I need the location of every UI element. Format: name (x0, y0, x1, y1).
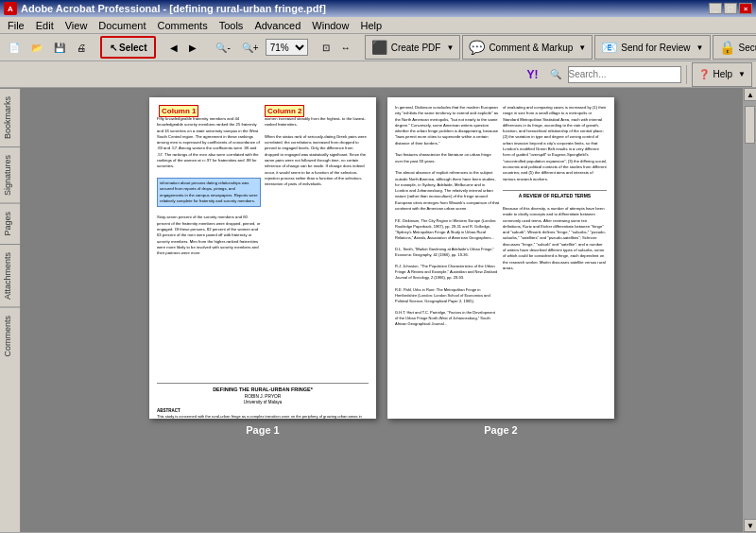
menu-window[interactable]: Window (306, 19, 354, 32)
toolbar-row2: Y! 🔍 ❓ Help ▼ (0, 60, 756, 87)
title-bar: A Adobe Acrobat Professional - [defining… (0, 0, 756, 17)
new-btn[interactable]: 📄 (4, 37, 25, 58)
help-icon: ❓ (698, 69, 710, 79)
menu-edit[interactable]: Edit (30, 19, 60, 32)
menu-view[interactable]: View (60, 19, 94, 32)
menu-file[interactable]: File (2, 19, 30, 32)
fit-width-btn[interactable]: ↔ (336, 37, 355, 58)
zoom-in-btn[interactable]: 🔍+ (237, 37, 264, 58)
comment-markup-btn[interactable]: 💬 Comment & Markup ▼ (462, 35, 593, 60)
select-button[interactable]: ↖ Select (100, 36, 156, 59)
nav-tab-comments[interactable]: Comments (0, 307, 20, 365)
sep6 (686, 65, 687, 84)
scroll-down-btn[interactable]: ▼ (744, 519, 756, 532)
toolbar-row1: 📄 📂 💾 🖨 ↖ Select ◀ ▶ 🔍- 🔍+ 71% 50% 100% … (0, 34, 756, 60)
nav-panel: Bookmarks Signatures Pages Attachments C… (0, 88, 21, 532)
help-arrow: ▼ (738, 70, 746, 78)
page2-content: In general, Dickinson concludes that the… (387, 97, 614, 419)
minimize-btn[interactable]: _ (709, 3, 722, 14)
create-pdf-icon: ⬛ (371, 40, 387, 55)
nav-tab-bookmarks[interactable]: Bookmarks (0, 88, 20, 146)
vertical-scrollbar[interactable]: ▲ ▼ (743, 88, 756, 532)
open-btn[interactable]: 📂 (26, 37, 47, 58)
zoom-out-btn[interactable]: 🔍- (211, 37, 234, 58)
secure-label: Secure (739, 43, 756, 53)
doc-area: Column 1 Column 2 Fifty knowledgeable fr… (21, 88, 743, 532)
save-btn[interactable]: 💾 (49, 37, 70, 58)
app-icon: A (4, 2, 17, 15)
back-btn[interactable]: ◀ (165, 37, 182, 58)
menu-advanced[interactable]: Advanced (249, 19, 306, 32)
column1-label: Column 1 (159, 105, 198, 117)
create-pdf-btn[interactable]: ⬛ Create PDF ▼ (365, 35, 461, 60)
scroll-up-btn[interactable]: ▲ (744, 88, 756, 101)
print-btn[interactable]: 🖨 (72, 37, 91, 58)
maximize-btn[interactable]: □ (724, 3, 737, 14)
close-btn[interactable]: × (739, 3, 752, 14)
secure-btn[interactable]: 🔒 Secure ▼ (713, 35, 756, 60)
comment-icon: 💬 (469, 40, 485, 55)
nav-tab-signatures[interactable]: Signatures (0, 146, 20, 203)
menu-document[interactable]: Document (93, 19, 151, 32)
page-container: Column 1 Column 2 Fifty knowledgeable fr… (149, 97, 614, 419)
yahoo-btn[interactable]: Y! (523, 64, 543, 85)
send-icon: 📧 (601, 40, 617, 55)
page1-label: Page 1 (246, 424, 279, 436)
forward-btn[interactable]: ▶ (184, 37, 201, 58)
pdf-page-2: In general, Dickinson concludes that the… (387, 97, 614, 419)
comment-arrow: ▼ (578, 43, 586, 52)
page1-content: Fifty knowledgeable fraternity members a… (149, 97, 376, 419)
menu-comments[interactable]: Comments (152, 19, 214, 32)
window-controls[interactable]: _ □ × (709, 3, 752, 14)
zoom-select[interactable]: 71% 50% 100% 150% (266, 39, 308, 56)
scroll-track[interactable] (744, 101, 756, 519)
comment-markup-label: Comment & Markup (489, 43, 573, 53)
page2-label: Page 2 (484, 424, 517, 436)
help-btn[interactable]: ❓ Help ▼ (692, 62, 753, 87)
menu-help[interactable]: Help (354, 19, 387, 32)
create-pdf-label: Create PDF (391, 43, 441, 53)
fit-page-btn[interactable]: ⊡ (318, 37, 335, 58)
send-arrow: ▼ (696, 43, 704, 52)
select-label: Select (119, 43, 146, 53)
help-label: Help (713, 69, 733, 79)
window-title: Adobe Acrobat Professional - [defining r… (21, 3, 326, 14)
main-area: Bookmarks Signatures Pages Attachments C… (0, 88, 756, 532)
secure-icon: 🔒 (719, 40, 735, 55)
search-web-btn[interactable]: 🔍 (545, 64, 566, 85)
menu-tools[interactable]: Tools (214, 19, 249, 32)
pdf-page-1: Column 1 Column 2 Fifty knowledgeable fr… (149, 97, 376, 419)
search-input[interactable] (568, 66, 681, 83)
nav-tab-attachments[interactable]: Attachments (0, 244, 20, 307)
column2-label: Column 2 (265, 105, 304, 117)
scroll-thumb[interactable] (745, 106, 755, 144)
send-review-label: Send for Review (621, 43, 690, 53)
toolbar-area: 📄 📂 💾 🖨 ↖ Select ◀ ▶ 🔍- 🔍+ 71% 50% 100% … (0, 34, 756, 88)
create-pdf-arrow: ▼ (446, 43, 454, 52)
menu-bar: File Edit View Document Comments Tools A… (0, 17, 756, 34)
nav-tab-pages[interactable]: Pages (0, 203, 20, 244)
cursor-icon: ↖ (110, 43, 117, 53)
send-review-btn[interactable]: 📧 Send for Review ▼ (594, 35, 710, 60)
